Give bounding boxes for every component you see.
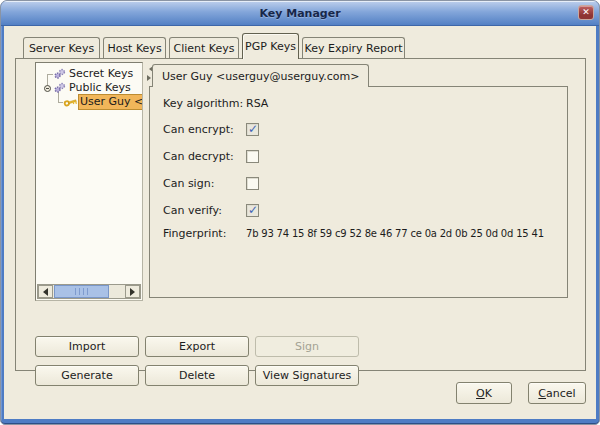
tab-host-keys[interactable]: Host Keys: [103, 37, 166, 58]
key-detail-tab-label: User Guy <userguy@userguy.com>: [162, 70, 359, 83]
pgp-keys-panel: Secret Keys Public Keys: [15, 58, 586, 371]
can-encrypt-checkbox[interactable]: ✓: [246, 123, 259, 136]
sign-button[interactable]: Sign: [255, 336, 359, 357]
delete-button[interactable]: Delete: [145, 365, 249, 386]
dialog-content: Server Keys Host Keys Client Keys PGP Ke…: [4, 26, 596, 419]
can-decrypt-checkbox[interactable]: ✓: [246, 150, 259, 163]
scroll-right-icon: [130, 288, 139, 296]
window-title: Key Manager: [259, 7, 340, 20]
key-icon: [63, 97, 78, 108]
tab-server-keys[interactable]: Server Keys: [23, 37, 100, 58]
tree-horizontal-scrollbar[interactable]: [37, 284, 141, 299]
fingerprint-value: 7b 93 74 15 8f 59 c9 52 8e 46 77 ce 0a 2…: [246, 228, 544, 239]
close-icon: ✕: [582, 8, 590, 17]
can-sign-row: Can sign: ✓: [163, 177, 259, 190]
tab-label: Host Keys: [107, 42, 161, 55]
key-algorithm-row: Key algorithm: RSA: [163, 97, 268, 110]
scroll-left-button[interactable]: [38, 285, 53, 298]
check-icon: ✓: [248, 122, 258, 136]
check-icon: ✓: [248, 203, 258, 217]
tree-item-label: Secret Keys: [67, 67, 135, 81]
tab-pgp-keys[interactable]: PGP Keys: [242, 33, 299, 59]
can-verify-checkbox[interactable]: ✓: [246, 204, 259, 217]
keypair-gears-icon: [53, 82, 67, 94]
field-label: Can encrypt:: [163, 123, 246, 136]
close-button[interactable]: ✕: [578, 5, 594, 20]
tab-label: Key Expiry Report: [305, 42, 403, 55]
key-manager-window: Key Manager ✕ Server Keys Host Keys Clie…: [0, 0, 600, 425]
can-encrypt-row: Can encrypt: ✓: [163, 123, 259, 136]
field-label: Can sign:: [163, 177, 246, 190]
field-label: Can decrypt:: [163, 150, 246, 163]
title-bar[interactable]: Key Manager ✕: [1, 1, 599, 26]
key-detail-tab[interactable]: User Guy <userguy@userguy.com>: [152, 64, 369, 87]
can-verify-row: Can verify: ✓: [163, 204, 259, 217]
field-label: Key algorithm:: [163, 97, 246, 110]
can-decrypt-row: Can decrypt: ✓: [163, 150, 259, 163]
generate-button[interactable]: Generate: [35, 365, 139, 386]
tree-item-label: Public Keys: [67, 81, 133, 95]
ok-button[interactable]: OK: [456, 382, 512, 404]
tab-label: Client Keys: [173, 42, 234, 55]
key-tree: Secret Keys Public Keys: [35, 62, 143, 301]
scroll-left-icon: [39, 288, 48, 296]
field-label: Can verify:: [163, 204, 246, 217]
fingerprint-row: Fingerprint: 7b 93 74 15 8f 59 c9 52 8e …: [163, 227, 544, 240]
view-signatures-button[interactable]: View Signatures: [255, 365, 359, 386]
tab-label: Server Keys: [29, 42, 94, 55]
tab-client-keys[interactable]: Client Keys: [169, 37, 239, 58]
tree-item-label: User Guy <: [78, 94, 143, 110]
key-algorithm-value: RSA: [246, 97, 268, 110]
tab-label: PGP Keys: [245, 40, 296, 53]
export-button[interactable]: Export: [145, 336, 249, 357]
scrollbar-thumb[interactable]: [54, 285, 109, 298]
cancel-button[interactable]: Cancel: [528, 382, 586, 404]
field-label: Fingerprint:: [163, 227, 246, 240]
can-sign-checkbox[interactable]: ✓: [246, 177, 259, 190]
keypair-gears-icon: [53, 68, 67, 80]
expand-handle[interactable]: [44, 85, 51, 92]
screen: Key Manager ✕ Server Keys Host Keys Clie…: [0, 0, 600, 425]
tree-item-user-guy[interactable]: User Guy <: [63, 94, 143, 110]
tab-key-expiry-report[interactable]: Key Expiry Report: [302, 37, 405, 58]
key-detail-panel: Key algorithm: RSA Can encrypt: ✓ Can de…: [149, 86, 568, 298]
import-button[interactable]: Import: [35, 336, 139, 357]
scroll-right-button[interactable]: [125, 285, 140, 298]
